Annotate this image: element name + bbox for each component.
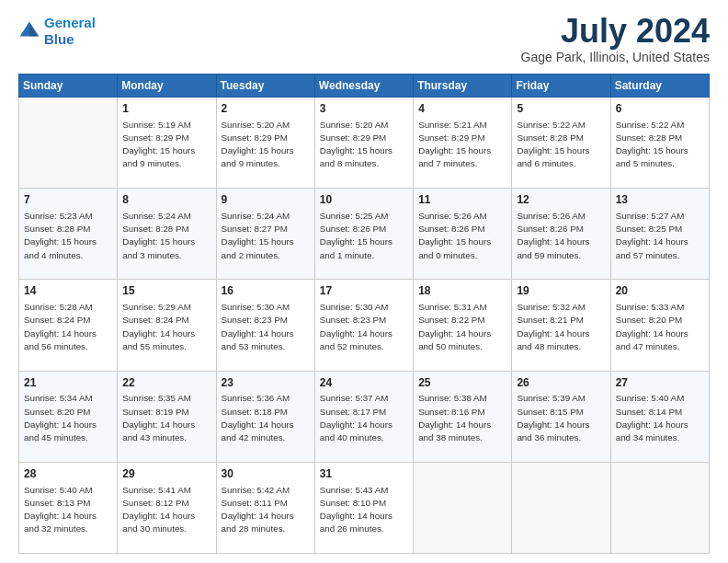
day-info: Sunrise: 5:41 AM Sunset: 8:12 PM Dayligh… [122,484,210,536]
calendar-cell: 19Sunrise: 5:32 AM Sunset: 8:21 PM Dayli… [512,280,610,371]
calendar-cell: 18Sunrise: 5:31 AM Sunset: 8:22 PM Dayli… [414,280,512,371]
day-number: 30 [222,466,310,482]
day-info: Sunrise: 5:33 AM Sunset: 8:20 PM Dayligh… [616,301,704,353]
day-info: Sunrise: 5:37 AM Sunset: 8:17 PM Dayligh… [320,392,408,444]
day-number: 2 [222,101,310,117]
day-number: 29 [122,466,210,482]
day-info: Sunrise: 5:20 AM Sunset: 8:29 PM Dayligh… [320,119,408,171]
day-info: Sunrise: 5:43 AM Sunset: 8:10 PM Dayligh… [320,484,408,536]
day-number: 13 [616,192,704,208]
calendar-cell: 26Sunrise: 5:39 AM Sunset: 8:15 PM Dayli… [512,371,610,462]
calendar-cell: 6Sunrise: 5:22 AM Sunset: 8:28 PM Daylig… [610,98,709,189]
day-info: Sunrise: 5:31 AM Sunset: 8:22 PM Dayligh… [418,301,506,353]
weekday-header-sunday: Sunday [19,75,118,98]
calendar-cell [610,462,709,553]
day-number: 24 [320,375,408,391]
day-number: 9 [222,192,310,208]
title-block: July 2024 Gage Park, Illinois, United St… [521,15,710,64]
day-info: Sunrise: 5:24 AM Sunset: 8:28 PM Dayligh… [122,210,210,262]
day-info: Sunrise: 5:22 AM Sunset: 8:28 PM Dayligh… [517,119,605,171]
header: General Blue July 2024 Gage Park, Illino… [18,15,710,64]
day-info: Sunrise: 5:28 AM Sunset: 8:24 PM Dayligh… [24,301,112,353]
calendar-cell: 12Sunrise: 5:26 AM Sunset: 8:26 PM Dayli… [512,189,610,280]
weekday-header-friday: Friday [512,75,610,98]
day-number: 15 [122,283,210,299]
day-info: Sunrise: 5:23 AM Sunset: 8:28 PM Dayligh… [24,210,112,262]
calendar-week-3: 14Sunrise: 5:28 AM Sunset: 8:24 PM Dayli… [19,280,710,371]
day-number: 7 [24,192,112,208]
day-number: 31 [320,466,408,482]
calendar-cell: 11Sunrise: 5:26 AM Sunset: 8:26 PM Dayli… [414,189,512,280]
calendar-header-row: SundayMondayTuesdayWednesdayThursdayFrid… [19,75,710,98]
calendar-cell: 24Sunrise: 5:37 AM Sunset: 8:17 PM Dayli… [314,371,413,462]
weekday-header-thursday: Thursday [414,75,512,98]
calendar-cell: 27Sunrise: 5:40 AM Sunset: 8:14 PM Dayli… [610,371,709,462]
day-number: 17 [320,283,408,299]
calendar-cell: 22Sunrise: 5:35 AM Sunset: 8:19 PM Dayli… [118,371,216,462]
calendar-cell: 31Sunrise: 5:43 AM Sunset: 8:10 PM Dayli… [314,462,413,553]
location-title: Gage Park, Illinois, United States [521,50,710,64]
day-number: 18 [418,283,506,299]
day-info: Sunrise: 5:19 AM Sunset: 8:29 PM Dayligh… [122,119,210,171]
calendar: SundayMondayTuesdayWednesdayThursdayFrid… [18,74,710,554]
logo-text: General Blue [44,15,96,48]
day-info: Sunrise: 5:40 AM Sunset: 8:14 PM Dayligh… [616,392,704,444]
day-info: Sunrise: 5:39 AM Sunset: 8:15 PM Dayligh… [517,392,605,444]
day-info: Sunrise: 5:36 AM Sunset: 8:18 PM Dayligh… [222,392,310,444]
calendar-cell: 2Sunrise: 5:20 AM Sunset: 8:29 PM Daylig… [216,98,314,189]
day-info: Sunrise: 5:29 AM Sunset: 8:24 PM Dayligh… [122,301,210,353]
day-number: 8 [122,192,210,208]
day-info: Sunrise: 5:35 AM Sunset: 8:19 PM Dayligh… [122,392,210,444]
calendar-cell: 4Sunrise: 5:21 AM Sunset: 8:29 PM Daylig… [414,98,512,189]
day-info: Sunrise: 5:38 AM Sunset: 8:16 PM Dayligh… [418,392,506,444]
weekday-header-saturday: Saturday [610,75,709,98]
day-number: 1 [122,101,210,117]
calendar-cell: 17Sunrise: 5:30 AM Sunset: 8:23 PM Dayli… [314,280,413,371]
calendar-cell: 1Sunrise: 5:19 AM Sunset: 8:29 PM Daylig… [118,98,216,189]
day-info: Sunrise: 5:34 AM Sunset: 8:20 PM Dayligh… [24,392,112,444]
day-info: Sunrise: 5:42 AM Sunset: 8:11 PM Dayligh… [222,484,310,536]
calendar-cell: 28Sunrise: 5:40 AM Sunset: 8:13 PM Dayli… [19,462,118,553]
calendar-cell [19,98,118,189]
day-number: 19 [517,283,605,299]
logo-icon [18,20,40,42]
day-info: Sunrise: 5:32 AM Sunset: 8:21 PM Dayligh… [517,301,605,353]
weekday-header-monday: Monday [118,75,216,98]
day-info: Sunrise: 5:26 AM Sunset: 8:26 PM Dayligh… [418,210,506,262]
logo: General Blue [18,15,96,48]
calendar-cell [414,462,512,553]
day-info: Sunrise: 5:21 AM Sunset: 8:29 PM Dayligh… [418,119,506,171]
day-info: Sunrise: 5:40 AM Sunset: 8:13 PM Dayligh… [24,484,112,536]
logo-line2: Blue [44,31,74,47]
calendar-cell: 30Sunrise: 5:42 AM Sunset: 8:11 PM Dayli… [216,462,314,553]
calendar-cell: 21Sunrise: 5:34 AM Sunset: 8:20 PM Dayli… [19,371,118,462]
day-number: 25 [418,375,506,391]
day-info: Sunrise: 5:24 AM Sunset: 8:27 PM Dayligh… [222,210,310,262]
day-number: 3 [320,101,408,117]
day-number: 20 [616,283,704,299]
calendar-cell: 5Sunrise: 5:22 AM Sunset: 8:28 PM Daylig… [512,98,610,189]
calendar-cell: 14Sunrise: 5:28 AM Sunset: 8:24 PM Dayli… [19,280,118,371]
calendar-week-2: 7Sunrise: 5:23 AM Sunset: 8:28 PM Daylig… [19,189,710,280]
day-number: 5 [517,101,605,117]
logo-line1: General [44,15,96,30]
calendar-cell: 8Sunrise: 5:24 AM Sunset: 8:28 PM Daylig… [118,189,216,280]
calendar-week-1: 1Sunrise: 5:19 AM Sunset: 8:29 PM Daylig… [19,98,710,189]
weekday-header-tuesday: Tuesday [216,75,314,98]
day-number: 4 [418,101,506,117]
calendar-cell: 10Sunrise: 5:25 AM Sunset: 8:26 PM Dayli… [314,189,413,280]
day-info: Sunrise: 5:22 AM Sunset: 8:28 PM Dayligh… [616,119,704,171]
calendar-cell: 3Sunrise: 5:20 AM Sunset: 8:29 PM Daylig… [314,98,413,189]
calendar-cell [512,462,610,553]
day-number: 22 [122,375,210,391]
calendar-cell: 23Sunrise: 5:36 AM Sunset: 8:18 PM Dayli… [216,371,314,462]
calendar-cell: 15Sunrise: 5:29 AM Sunset: 8:24 PM Dayli… [118,280,216,371]
calendar-cell: 20Sunrise: 5:33 AM Sunset: 8:20 PM Dayli… [610,280,709,371]
calendar-cell: 9Sunrise: 5:24 AM Sunset: 8:27 PM Daylig… [216,189,314,280]
calendar-week-5: 28Sunrise: 5:40 AM Sunset: 8:13 PM Dayli… [19,462,710,553]
day-number: 21 [24,375,112,391]
month-title: July 2024 [521,15,710,48]
weekday-header-wednesday: Wednesday [314,75,413,98]
day-number: 26 [517,375,605,391]
day-number: 28 [24,466,112,482]
